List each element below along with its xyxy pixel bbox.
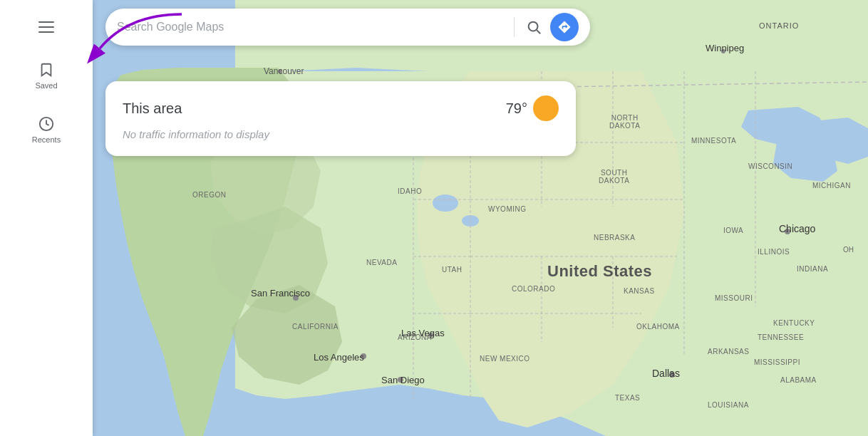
svg-point-24 (398, 377, 403, 383)
svg-point-28 (721, 49, 725, 53)
svg-point-23 (361, 353, 366, 359)
search-divider (514, 17, 515, 37)
svg-point-26 (669, 372, 675, 378)
traffic-message: No traffic information to display (123, 128, 559, 140)
sidebar-item-recents[interactable]: Recents (24, 110, 69, 150)
sun-icon (533, 95, 559, 121)
menu-icon-line2 (38, 26, 54, 28)
temperature-container: 79° (506, 95, 559, 121)
info-card-header: This area 79° (123, 95, 559, 121)
search-button[interactable] (523, 16, 544, 38)
sidebar-item-saved[interactable]: Saved (26, 56, 66, 95)
svg-line-32 (537, 30, 540, 33)
info-card-title: This area (123, 100, 182, 117)
svg-point-29 (278, 69, 282, 73)
menu-icon-line3 (38, 31, 54, 33)
sidebar-saved-label: Saved (35, 81, 57, 90)
sidebar-recents-label: Recents (32, 135, 61, 144)
search-icon (526, 19, 542, 35)
search-bar (105, 9, 590, 46)
svg-point-22 (293, 295, 299, 301)
bookmark-icon (38, 61, 55, 78)
svg-point-27 (785, 229, 790, 234)
svg-point-2 (433, 194, 458, 212)
history-icon (38, 115, 55, 133)
svg-point-31 (529, 22, 538, 31)
menu-icon-line1 (38, 21, 54, 23)
search-input[interactable] (117, 21, 505, 33)
svg-point-25 (429, 333, 433, 337)
map-background[interactable]: ONTARIO Winnipeg Vancouver NORTHDAKOTA M… (0, 0, 868, 436)
directions-icon (557, 20, 572, 34)
info-card: This area 79° No traffic information to … (105, 81, 576, 156)
directions-button[interactable] (550, 13, 579, 41)
menu-button[interactable] (29, 10, 63, 44)
temperature-value: 79° (506, 100, 527, 117)
sidebar: Saved Recents (0, 0, 93, 436)
